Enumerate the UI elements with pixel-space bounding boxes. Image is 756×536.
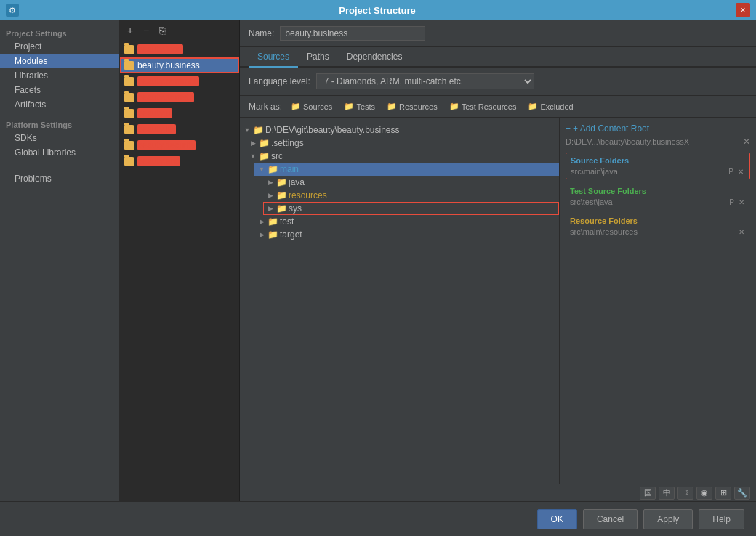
- split-content: ▼ 📁 D:\DEV\git\beauty\beauty.business ▶ …: [240, 118, 756, 484]
- name-input[interactable]: [280, 26, 425, 41]
- source-folder-entry: src\main\java P ✕: [571, 167, 745, 176]
- status-button-1[interactable]: 中: [659, 487, 675, 500]
- module-item-5[interactable]: beauty.list: [120, 121, 239, 137]
- folder-icon: [124, 125, 134, 134]
- remove-module-button[interactable]: −: [139, 23, 153, 38]
- tree-item-label: .settings: [271, 138, 304, 148]
- tree-item-sys[interactable]: ▶ 📁 sys: [263, 202, 559, 215]
- folder-icon: [124, 93, 134, 102]
- status-button-5[interactable]: 🔧: [734, 487, 750, 500]
- module-item-7[interactable]: beauty.end: [120, 153, 239, 169]
- mark-excluded-button[interactable]: 📁 Excluded: [525, 100, 576, 113]
- test-folder-edit-button[interactable]: P: [728, 198, 736, 206]
- status-button-2[interactable]: ☽: [677, 487, 693, 500]
- status-button-0[interactable]: 国: [640, 487, 656, 500]
- module-item-label: beauty.security: [137, 140, 196, 150]
- main-layout: Project Settings Project Modules Librari…: [0, 20, 756, 501]
- close-button[interactable]: ×: [736, 3, 750, 17]
- mark-test-resources-button[interactable]: 📁 Test Resources: [446, 100, 520, 113]
- tree-item-java[interactable]: ▶ 📁 java: [263, 176, 559, 189]
- test-resources-folder-icon: 📁: [449, 102, 459, 111]
- source-folder-edit-button[interactable]: P: [727, 168, 735, 176]
- tree-item-test[interactable]: ▶ 📁 test: [254, 215, 559, 228]
- folder-icon: [124, 109, 134, 118]
- copy-module-button[interactable]: ⎘: [155, 23, 169, 38]
- source-folder-actions: P ✕: [727, 168, 745, 176]
- apply-button[interactable]: Apply: [643, 509, 693, 529]
- expand-arrow: ▶: [266, 192, 275, 199]
- expand-arrow: ▼: [243, 126, 252, 134]
- resource-folders-section: Resource Folders src\main\resources ✕: [566, 214, 750, 239]
- mark-as-row: Mark as: 📁 Sources 📁 Tests 📁 Resources 📁…: [240, 96, 756, 118]
- sidebar-item-project-label: Project: [15, 41, 41, 52]
- platform-settings-label: Platform Settings: [0, 118, 119, 131]
- project-settings-label: Project Settings: [0, 26, 119, 39]
- ok-button[interactable]: OK: [537, 509, 577, 529]
- folder-icon-resources: 📁: [276, 190, 287, 200]
- tree-item-label: test: [280, 216, 294, 227]
- module-item-label: beauty.list: [137, 124, 176, 134]
- expand-arrow: ▶: [266, 205, 275, 212]
- language-level-select[interactable]: 7 - Diamonds, ARM, multi-catch etc.: [316, 73, 534, 89]
- cancel-button[interactable]: Cancel: [583, 509, 638, 529]
- status-button-3[interactable]: ◉: [696, 487, 712, 500]
- tree-item-src[interactable]: ▼ 📁 src: [246, 150, 559, 163]
- folder-icon-root: 📁: [253, 125, 264, 135]
- test-folder-remove-button[interactable]: ✕: [737, 198, 746, 206]
- sidebar-item-modules-label: Modules: [15, 56, 47, 66]
- sidebar-item-problems[interactable]: Problems: [0, 171, 119, 186]
- tree-item-root[interactable]: ▼ 📁 D:\DEV\git\beauty\beauty.business: [240, 123, 559, 137]
- status-button-4[interactable]: ⊞: [715, 487, 731, 500]
- module-item-label: beauty.common: [137, 76, 199, 86]
- content-area: Name: Sources Paths Dependencies Languag…: [240, 20, 756, 501]
- folder-icon: [124, 77, 134, 86]
- mark-sources-button[interactable]: 📁 Sources: [288, 100, 335, 113]
- tabs-row: Sources Paths Dependencies: [240, 47, 756, 68]
- sidebar-item-global-libraries[interactable]: Global Libraries: [0, 145, 119, 160]
- remove-content-root-button[interactable]: ✕: [743, 137, 750, 147]
- sidebar-item-libraries[interactable]: Libraries: [0, 68, 119, 83]
- tab-paths[interactable]: Paths: [298, 47, 338, 68]
- tree-item-main[interactable]: ▼ 📁 main: [254, 163, 559, 176]
- module-item-1[interactable]: beauty.business: [120, 57, 239, 73]
- sidebar-item-modules[interactable]: Modules: [0, 54, 119, 68]
- test-source-folders-label: Test Source Folders: [570, 187, 746, 195]
- sidebar-item-sdks[interactable]: SDKs: [0, 131, 119, 145]
- tab-sources[interactable]: Sources: [249, 47, 298, 68]
- module-item-4[interactable]: beauty.ui: [120, 105, 239, 121]
- tab-dependencies[interactable]: Dependencies: [338, 47, 411, 68]
- folder-icon-target: 📁: [268, 230, 278, 240]
- sidebar-item-artifacts[interactable]: Artifacts: [0, 97, 119, 112]
- name-row: Name:: [240, 20, 756, 47]
- module-item-6[interactable]: beauty.security: [120, 137, 239, 153]
- status-bar: 国 中 ☽ ◉ ⊞ 🔧: [240, 484, 756, 501]
- resource-folder-remove-button[interactable]: ✕: [737, 228, 746, 236]
- module-list: + − ⎘ beauty.1xxx beauty.business beauty…: [120, 20, 240, 501]
- module-item-label: beauty.business: [137, 60, 200, 70]
- mark-resources-button[interactable]: 📁 Resources: [384, 100, 441, 113]
- sidebar-item-facets[interactable]: Facets: [0, 83, 119, 97]
- resource-folder-path: src\main\resources: [570, 227, 638, 236]
- folder-icon: [124, 61, 134, 70]
- expand-arrow: ▶: [257, 231, 266, 238]
- add-module-button[interactable]: +: [123, 23, 137, 38]
- source-folders-section: Source Folders src\main\java P ✕: [566, 153, 750, 179]
- tree-item-label: java: [289, 177, 305, 187]
- test-source-folders-section: Test Source Folders src\test\java P ✕: [566, 184, 750, 209]
- add-content-root-button[interactable]: + + Add Content Root: [566, 123, 750, 134]
- module-item-3[interactable]: beauty.someth: [120, 89, 239, 105]
- name-label: Name:: [249, 28, 274, 38]
- tree-item-resources[interactable]: ▶ 📁 resources: [263, 189, 559, 202]
- source-folder-remove-button[interactable]: ✕: [736, 168, 745, 176]
- sidebar-item-project[interactable]: Project: [0, 39, 119, 54]
- source-folders-label: Source Folders: [571, 156, 745, 165]
- tree-item-target[interactable]: ▶ 📁 target: [254, 228, 559, 241]
- module-item-0[interactable]: beauty.1xxx: [120, 41, 239, 57]
- mark-as-label: Mark as:: [249, 102, 282, 112]
- folder-icon: [124, 45, 134, 54]
- tree-item-settings[interactable]: ▶ 📁 .settings: [246, 137, 559, 150]
- folder-icon: [124, 141, 134, 150]
- module-item-2[interactable]: beauty.common: [120, 73, 239, 89]
- mark-tests-button[interactable]: 📁 Tests: [341, 100, 378, 113]
- help-button[interactable]: Help: [699, 509, 744, 529]
